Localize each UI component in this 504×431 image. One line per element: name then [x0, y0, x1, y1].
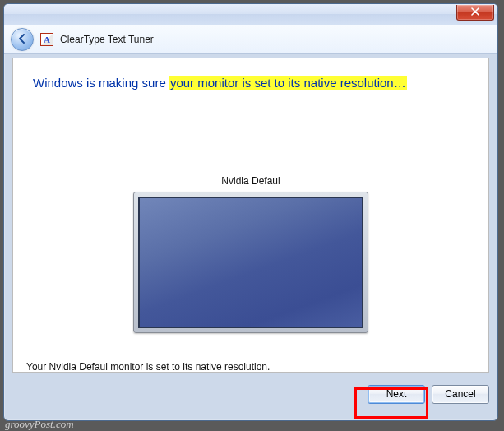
next-button[interactable]: Next — [368, 385, 425, 404]
app-title: ClearType Text Tuner — [60, 34, 154, 45]
monitor-preview — [133, 192, 368, 333]
page-heading: Windows is making sure your monitor is s… — [33, 75, 475, 91]
close-button[interactable] — [456, 5, 494, 21]
button-row: Next Cancel — [12, 376, 489, 412]
monitor-screen-icon — [138, 197, 363, 328]
monitor-label: Nvidia Defaul — [13, 175, 488, 187]
navbar: A ClearType Text Tuner — [4, 25, 497, 54]
heading-plain: Windows is making sure — [33, 76, 169, 90]
close-icon — [471, 7, 479, 18]
titlebar — [4, 4, 497, 25]
app-icon-letter: A — [44, 35, 50, 44]
back-button[interactable] — [11, 28, 34, 51]
cancel-button[interactable]: Cancel — [432, 385, 489, 404]
heading-highlight: your monitor is set to its native resolu… — [169, 76, 407, 90]
back-arrow-icon — [16, 33, 28, 47]
content-area: Windows is making sure your monitor is s… — [12, 58, 489, 373]
status-text: Your Nvidia Defaul monitor is set to its… — [26, 361, 270, 373]
wizard-window: A ClearType Text Tuner Windows is making… — [3, 3, 498, 421]
app-icon: A — [40, 33, 53, 46]
